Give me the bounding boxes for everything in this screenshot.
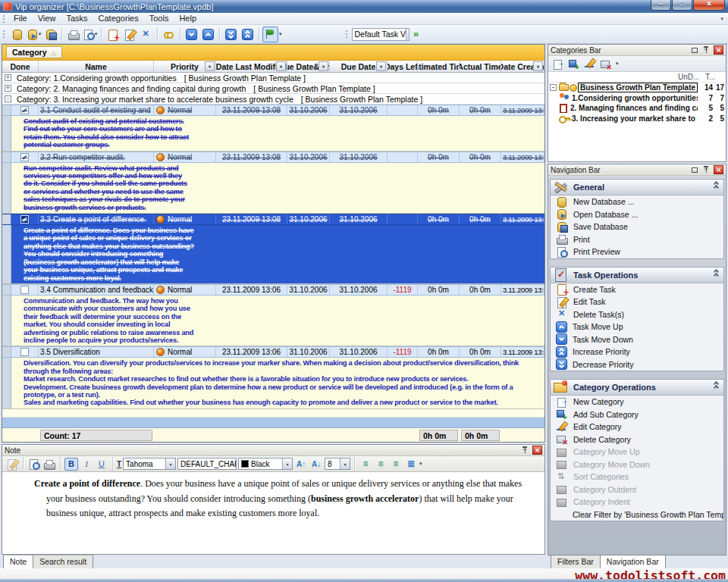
menu-item[interactable]: Tasks — [61, 13, 93, 24]
tab[interactable]: Filters Bar — [551, 555, 601, 569]
col-total[interactable]: T... — [705, 73, 723, 81]
col-actual[interactable]: Actual Time — [460, 61, 501, 72]
find-tasks-button[interactable] — [161, 27, 177, 42]
task-done-cell[interactable]: ✔ — [11, 214, 39, 224]
nav-item[interactable]: Save Database — [551, 221, 723, 233]
task-done-cell[interactable] — [11, 285, 39, 295]
add-sub-category-icon[interactable] — [568, 58, 580, 70]
done-checkbox[interactable]: ✔ — [20, 106, 29, 114]
maximize-button[interactable]: □ — [672, 0, 692, 11]
task-move-down-button[interactable] — [184, 27, 199, 42]
categories-close-icon[interactable]: ✕ — [714, 45, 723, 55]
task-move-up-button[interactable] — [200, 27, 216, 42]
nav-item[interactable]: New Category — [551, 396, 723, 408]
apply-view-button[interactable] — [410, 27, 426, 42]
nav-item[interactable]: Category Move Down — [551, 458, 723, 471]
tab[interactable]: Note — [3, 555, 33, 569]
minimize-button[interactable]: – — [651, 0, 671, 11]
done-checkbox[interactable]: ✔ — [20, 153, 29, 161]
col-due-date[interactable]: Due Date▾ — [330, 61, 388, 72]
menu-item[interactable]: Categories — [93, 13, 144, 24]
collapse-icon[interactable] — [713, 383, 720, 390]
nav-item[interactable]: Task Move Down — [551, 333, 723, 346]
nav-section-header[interactable]: Task Operations — [551, 268, 723, 283]
category-row[interactable]: - Category: 3. Increasing your market sh… — [2, 94, 544, 105]
nav-section-header[interactable]: Category Operations — [551, 380, 723, 396]
done-checkbox[interactable] — [20, 348, 29, 356]
modified-filter-button[interactable]: ▾ — [276, 61, 286, 71]
category-tree-row[interactable]: 2. Managing finances and finding capital… — [548, 103, 726, 114]
task-done-cell[interactable]: ✔ — [11, 152, 39, 162]
col-due-datetime[interactable]: Due Date&Time▾ — [287, 61, 330, 72]
col-priority[interactable]: Priority▾ — [154, 61, 216, 72]
col-days-left[interactable]: Days Left — [388, 61, 418, 72]
navigation-close-icon[interactable]: ✕ — [714, 165, 723, 174]
menu-item[interactable]: View — [33, 13, 61, 24]
delete-category-icon[interactable] — [600, 58, 612, 70]
due-date-filter-button[interactable]: ▾ — [376, 61, 386, 71]
restore-icon[interactable] — [689, 45, 699, 55]
print-preview-button[interactable]: ▾ — [82, 27, 98, 42]
task-row[interactable]: ✔ 3.3 Create a point of difference. Norm… — [2, 214, 544, 225]
font-color-combo[interactable]: Black▾ — [238, 458, 293, 470]
restore-icon[interactable] — [689, 165, 699, 174]
increase-priority-button[interactable] — [240, 27, 256, 42]
task-description-row[interactable]: Communication and feedback. The way how … — [2, 296, 544, 346]
edit-category-icon[interactable] — [584, 58, 596, 70]
task-view-combo[interactable]: Default Task V▾ — [352, 28, 410, 41]
col-name[interactable]: Name — [39, 61, 154, 72]
note-print-button[interactable] — [42, 458, 56, 471]
nav-item[interactable]: New Database ... — [551, 196, 723, 208]
italic-button[interactable]: I — [80, 458, 93, 471]
nav-item[interactable]: Open Database ... — [551, 208, 723, 221]
category-tree-row[interactable]: 3. Increasing your market share to accel… — [548, 114, 726, 124]
create-task-button[interactable] — [105, 27, 121, 42]
nav-item[interactable]: Category Indent — [551, 496, 723, 508]
categories-toolbar-chevron[interactable]: ▾ — [616, 61, 619, 67]
nav-item[interactable]: Task Move Up — [551, 321, 723, 333]
grow-font-button[interactable]: A↑ — [294, 458, 308, 471]
col-modified[interactable]: Date Last Modified▾ — [216, 61, 287, 72]
nav-item[interactable]: Category Move Up — [551, 446, 723, 458]
task-description-row[interactable]: Conduct audit of existing and potential … — [2, 116, 544, 152]
done-checkbox[interactable]: ✔ — [20, 215, 29, 224]
done-checkbox[interactable] — [20, 286, 29, 294]
menu-item[interactable]: Help — [174, 13, 202, 24]
delete-task-button[interactable] — [138, 27, 154, 42]
col-estimated[interactable]: Estimated Time — [418, 61, 460, 72]
task-row[interactable]: 3.5 Diversification Normal 23.11.2009 13… — [2, 346, 544, 358]
print-button[interactable] — [65, 27, 81, 42]
task-done-cell[interactable] — [11, 347, 39, 357]
font-family-combo[interactable]: Tahoma▾ — [123, 458, 176, 470]
tab[interactable]: Navigation Bar — [600, 555, 666, 569]
nav-item[interactable]: Increase Priority — [551, 346, 723, 358]
nav-item[interactable]: Edit Task — [551, 296, 723, 308]
col-undone[interactable]: UnD... — [678, 73, 705, 81]
menu-item[interactable]: File — [8, 13, 33, 24]
filter-flag-button[interactable] — [262, 27, 278, 42]
bold-button[interactable]: B — [64, 458, 78, 471]
pin-icon[interactable] — [701, 45, 711, 55]
task-description-row[interactable]: Create a point of difference. Does your … — [2, 225, 544, 284]
nav-item[interactable]: Add Sub Category — [551, 408, 723, 421]
expand-icon[interactable]: - — [5, 95, 11, 102]
task-name[interactable]: 3.1 Conduct audit of existing and — [39, 105, 154, 115]
nav-item[interactable]: Delete Category — [551, 433, 723, 446]
bullet-list-button[interactable]: ≣ — [404, 458, 418, 471]
col-done[interactable]: Done — [2, 61, 39, 72]
category-row[interactable]: + Category: 1.Considering growth opportu… — [2, 73, 544, 83]
pin-icon[interactable] — [701, 165, 711, 174]
underline-button[interactable]: U — [95, 458, 108, 471]
decrease-priority-button[interactable] — [223, 27, 239, 42]
category-tree-row[interactable]: 1.Considering growth opportunities 7 7 — [548, 93, 726, 104]
col-created[interactable]: Date Created▾ — [501, 61, 544, 72]
task-row[interactable]: ✔ 3.2 Run competitor audit. Normal 23.11… — [2, 152, 544, 163]
nav-item[interactable]: Category Outdent — [551, 483, 723, 496]
nav-item[interactable]: Print — [551, 233, 723, 246]
nav-item[interactable]: Edit Category — [551, 421, 723, 433]
note-page-button[interactable] — [27, 458, 41, 471]
task-name[interactable]: 3.3 Create a point of difference. — [39, 214, 154, 224]
created-filter-button[interactable]: ▾ — [533, 61, 543, 71]
task-row[interactable]: 3.4 Communication and feedback Normal 23… — [2, 284, 544, 296]
font-style-combo[interactable]: DEFAULT_CHAR▾ — [177, 458, 237, 470]
